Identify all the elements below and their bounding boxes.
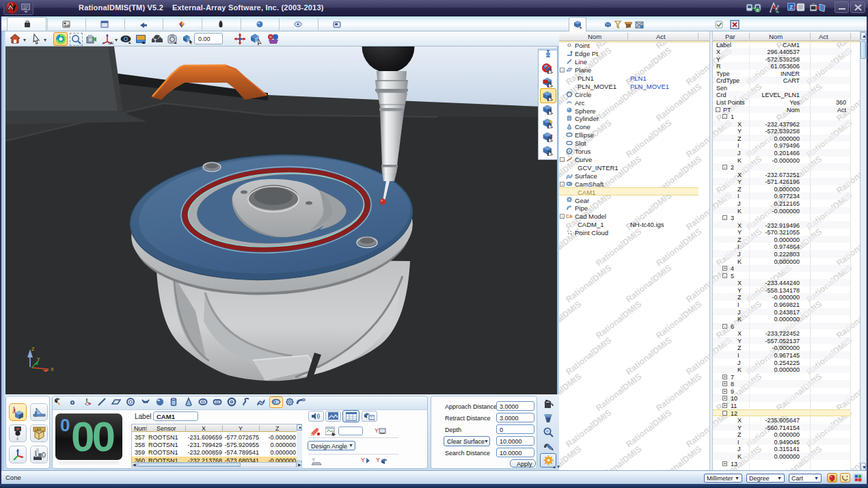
svg-text:CAD: CAD	[566, 214, 573, 219]
svg-text:LEA: LEA	[35, 427, 42, 431]
svg-text:Y: Y	[375, 427, 379, 434]
svg-text:Y: Y	[312, 457, 316, 463]
svg-text:Y: Y	[37, 357, 40, 362]
svg-text:!: !	[551, 133, 553, 140]
svg-text:X: X	[51, 367, 54, 372]
svg-text:CAD: CAD	[108, 41, 113, 45]
svg-text:B: B	[756, 8, 759, 12]
svg-text:Y: Y	[376, 457, 380, 463]
svg-text:Y: Y	[361, 457, 365, 463]
svg-text:Z: Z	[31, 347, 35, 351]
svg-text:Z: Z	[789, 4, 793, 10]
